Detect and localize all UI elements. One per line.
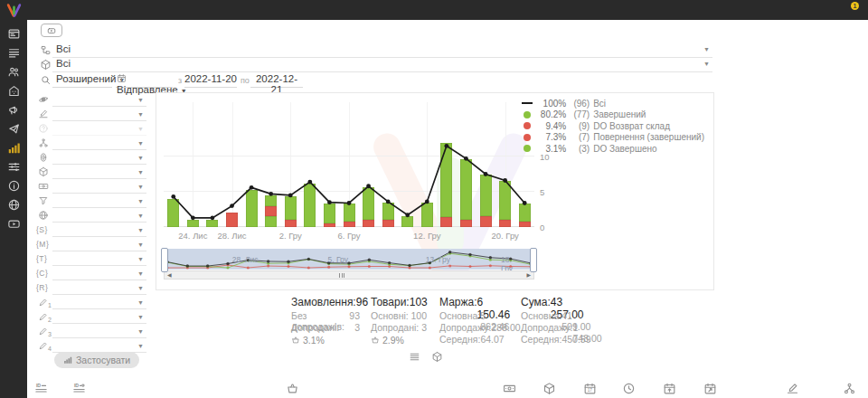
legend-count: (96): [566, 99, 590, 109]
icon-index: 2: [48, 317, 52, 323]
chevron-down-icon: ▼: [137, 140, 144, 147]
legend-item[interactable]: 9.4%(9)DO Возврат склад: [521, 120, 704, 132]
basket-icon[interactable]: [286, 382, 299, 395]
id-list-icon[interactable]: [34, 382, 48, 395]
x-tick-label: 2. Гру: [279, 231, 302, 241]
view-rows-icon[interactable]: [409, 351, 420, 363]
var-m-filter-dropdown[interactable]: ▼: [52, 238, 146, 251]
money-icon[interactable]: [503, 382, 516, 395]
id-person-icon[interactable]: [72, 382, 86, 395]
chevron-down-icon: ▼: [703, 61, 710, 68]
collapse-toolbar-button[interactable]: [41, 24, 62, 37]
promo-icon[interactable]: [7, 103, 21, 117]
package-filter-dropdown[interactable]: ▼: [52, 166, 146, 179]
stat-sub-label: Допродані:: [371, 322, 419, 334]
sliders-icon[interactable]: [7, 160, 21, 174]
analytics-icon[interactable]: [7, 141, 21, 155]
chevron-down-icon: ▼: [137, 343, 144, 350]
play-icon: [46, 26, 57, 35]
funnel-filter-dropdown[interactable]: ▼: [52, 194, 146, 208]
scrollbar-grip[interactable]: [339, 273, 344, 278]
video-icon[interactable]: [7, 217, 21, 231]
stat-sub-value: 41 509.00: [561, 310, 590, 322]
calendar-up-icon[interactable]: [663, 382, 676, 395]
clock-icon[interactable]: [622, 382, 636, 395]
stat-value: 103: [410, 296, 428, 310]
stat-sub-row: Основні:100: [371, 310, 427, 322]
legend-item[interactable]: 100%(96)Всі: [521, 98, 704, 109]
chart-navigator[interactable]: 28. Лис5. Гру13. Гру18. Гру: [164, 249, 534, 270]
scroll-right-icon[interactable]: ▶: [526, 273, 531, 278]
hierarchy-icon[interactable]: [843, 382, 856, 395]
y-tick-label: 5: [540, 187, 556, 197]
scroll-left-icon[interactable]: ◀: [167, 273, 172, 278]
search-icon[interactable]: [40, 74, 52, 86]
draft-icon[interactable]: [786, 382, 799, 395]
calendar-17-icon[interactable]: [583, 382, 597, 395]
stat-sub-row: Допродажу:288.00: [439, 322, 501, 334]
stat-sub-value: 3: [421, 322, 427, 334]
legend-item[interactable]: 7.3%(7)Повернення (завершений): [521, 132, 704, 144]
date-to-input[interactable]: 2022-12-21: [250, 73, 303, 88]
status-tree-icon: [40, 44, 52, 56]
x-tick-label: 24. Лис: [178, 231, 207, 241]
stat-column: Замовлення:96Без допродажів:93Допродані:…: [291, 296, 360, 346]
package-icon[interactable]: [542, 382, 556, 395]
advanced-search-label: Розширений: [56, 73, 116, 84]
product-dropdown[interactable]: Всі ▼: [52, 57, 712, 72]
view-package-icon[interactable]: [431, 351, 443, 363]
navigator-handle-left[interactable]: [161, 248, 168, 272]
var-s-filter-dropdown[interactable]: ▼: [52, 223, 146, 237]
hierarchy-filter-dropdown[interactable]: ▼: [52, 137, 146, 150]
legend-label: Повернення (завершений): [593, 132, 704, 142]
stat-column: Маржа:6 150.46Основна:5 862.46Допродажу:…: [439, 296, 501, 346]
dashboard-icon[interactable]: [7, 27, 21, 41]
y-tick-label: 10: [540, 152, 556, 162]
stat-sub-row: Допродажу:1 748.00: [521, 322, 584, 334]
advanced-search-dropdown[interactable]: Розширений▼: [52, 73, 112, 88]
planet-icon: [38, 94, 49, 105]
question-icon: [38, 123, 49, 134]
legend-item[interactable]: 80.2%(77)Завершений: [521, 109, 704, 121]
send-icon[interactable]: [7, 122, 21, 136]
stat-label: Товари:: [371, 296, 410, 310]
chart-scrollbar[interactable]: ◀ ▶: [164, 270, 534, 280]
orders-icon[interactable]: [7, 46, 21, 60]
edit-4-filter-dropdown[interactable]: ▼: [52, 339, 146, 353]
stat-value: 6 150.46: [477, 296, 511, 310]
var-r-filter-dropdown[interactable]: ▼: [52, 281, 146, 295]
fingerprint-icon: [38, 152, 49, 163]
date-type-dropdown[interactable]: Відправлене▼: [116, 73, 173, 88]
chevron-down-icon: ▼: [137, 155, 144, 162]
question-filter-dropdown[interactable]: ▼: [52, 122, 146, 136]
apply-button[interactable]: Застосувати: [54, 352, 139, 368]
navigator-handle-right[interactable]: [530, 248, 537, 272]
edit-3-filter-dropdown[interactable]: ▼: [52, 325, 146, 338]
var-c-filter-dropdown[interactable]: ▼: [52, 267, 146, 280]
chart-icon: [63, 355, 72, 365]
edit-1-filter-dropdown[interactable]: ▼: [52, 296, 146, 309]
brand-logo-icon[interactable]: [5, 2, 24, 19]
date-from-input[interactable]: 2022-11-20: [184, 73, 237, 88]
globe-filter-dropdown[interactable]: ▼: [52, 209, 146, 223]
status-dropdown[interactable]: Всі ▼: [52, 43, 712, 58]
money-filter-dropdown[interactable]: ▼: [52, 180, 146, 194]
planet-filter-dropdown[interactable]: ▼: [52, 93, 146, 107]
calendar-arrow-icon[interactable]: [703, 382, 717, 395]
var-t-filter-dropdown[interactable]: ▼: [52, 252, 146, 266]
edit-2-filter-dropdown[interactable]: ▼: [52, 310, 146, 324]
apply-button-label: Застосувати: [76, 355, 130, 365]
stat-sub-value: 3: [354, 322, 360, 334]
stat-sub-row: Основна:5 862.46: [439, 310, 501, 322]
customers-icon[interactable]: [7, 65, 21, 79]
draft-filter-dropdown[interactable]: ▼: [52, 108, 146, 121]
store-icon[interactable]: [7, 84, 21, 98]
y-tick-label: 0: [540, 223, 556, 232]
globe-icon[interactable]: [7, 198, 21, 212]
info-icon[interactable]: [7, 179, 21, 193]
legend-count: (7): [566, 132, 590, 142]
legend-percent: 80.2%: [537, 109, 566, 119]
fingerprint-filter-dropdown[interactable]: ▼: [52, 151, 146, 165]
navigator-date-label: 28. Лис: [232, 255, 259, 264]
notification-badge: 1: [851, 2, 859, 10]
